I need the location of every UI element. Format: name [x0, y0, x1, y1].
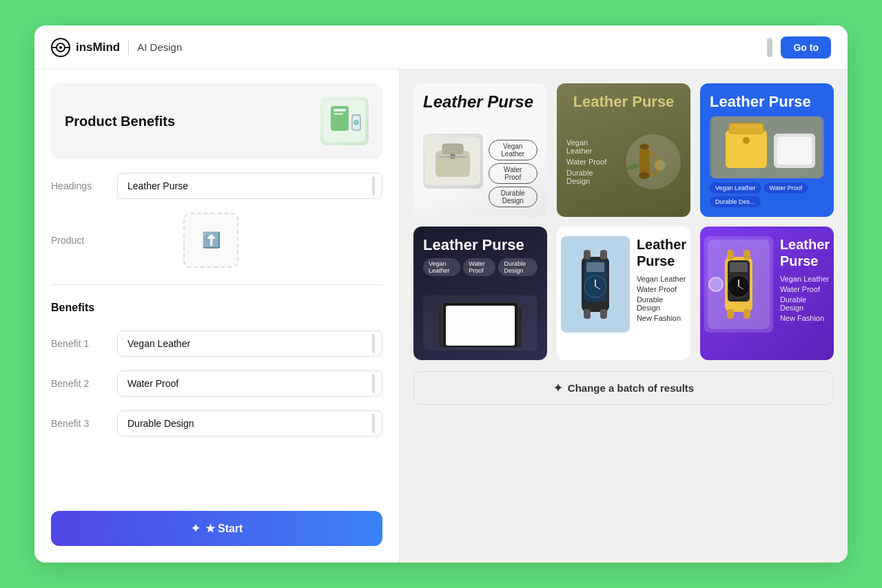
menu-icon[interactable] — [767, 38, 772, 57]
svg-rect-54 — [727, 309, 734, 319]
card5-image — [561, 236, 630, 333]
card6-image — [704, 236, 773, 333]
header-right: Go to — [767, 36, 831, 59]
card4-tag2: Water Proof — [463, 258, 495, 276]
svg-rect-7 — [334, 109, 346, 112]
card6-tag4: New Fashion — [780, 314, 830, 322]
card5-title: LeatherPurse — [637, 236, 686, 269]
svg-rect-48 — [730, 262, 748, 272]
card4-tag1: Vegan Leather — [423, 258, 460, 276]
benefit3-input[interactable] — [127, 418, 372, 429]
result-card-6[interactable]: LeatherPurse Vegan Leather Water Proof D… — [700, 227, 834, 360]
card3-tag1: Vegan Leather — [710, 182, 761, 193]
start-button[interactable]: ✦ ★ Start — [51, 511, 382, 546]
benefits-card-title: Product Benefits — [65, 114, 175, 129]
svg-rect-43 — [584, 309, 591, 319]
product-thumb-icon — [322, 99, 367, 144]
goto-button[interactable]: Go to — [781, 36, 831, 59]
card2-tag3: Durable Design — [566, 169, 612, 185]
header: insMind AI Design Go to — [34, 25, 848, 70]
benefit3-label: Benefit 3 — [51, 418, 106, 429]
product-upload-area[interactable]: ⬆️ — [183, 213, 238, 268]
card4-tags: Vegan Leather Water Proof Durable Design — [423, 258, 537, 276]
card2-tag2: Water Proof — [566, 158, 612, 166]
benefit1-input[interactable] — [127, 338, 372, 349]
logo-icon — [51, 38, 70, 57]
svg-point-20 — [639, 172, 650, 179]
benefit2-drag-handle[interactable] — [372, 374, 375, 393]
card6-content: LeatherPurse Vegan Leather Water Proof D… — [780, 236, 830, 322]
card6-tags: Vegan Leather Water Proof Durable Design… — [780, 275, 830, 322]
card4-tag3: Durable Design — [498, 258, 537, 276]
result-card-5[interactable]: LeatherPurse Vegan Leather Water Proof D… — [557, 227, 690, 360]
benefit2-input[interactable] — [127, 378, 372, 389]
sparkle-icon: ✦ — [553, 381, 562, 395]
svg-rect-52 — [727, 250, 734, 260]
benefit1-drag-handle[interactable] — [372, 334, 375, 353]
result-card-1[interactable]: Leather Purse — [413, 83, 547, 217]
card3-tag2: Water Proof — [764, 182, 808, 193]
benefit3-field: Benefit 3 — [51, 410, 382, 437]
card3-title: Leather Purse — [710, 93, 824, 111]
svg-rect-14 — [442, 144, 463, 154]
card3-tags: Vegan Leather Water Proof Durable Des... — [710, 182, 824, 207]
main-content: Product Benefits — [34, 70, 848, 563]
headings-input-wrap[interactable] — [117, 173, 382, 199]
card1-title: Leather Purse — [423, 93, 533, 111]
result-card-3[interactable]: Leather Purse V — [700, 83, 834, 217]
svg-point-25 — [743, 137, 750, 144]
benefits-section: Benefits — [51, 302, 382, 317]
product-label: Product — [51, 235, 106, 246]
result-card-4[interactable]: Leather Purse Vegan Leather Water Proof … — [413, 227, 547, 360]
svg-rect-55 — [743, 309, 750, 319]
svg-rect-18 — [639, 148, 650, 176]
svg-point-19 — [639, 144, 649, 149]
card4-image — [423, 295, 537, 350]
card1-tag3: Durable Design — [489, 187, 538, 207]
header-divider — [128, 40, 129, 55]
svg-point-21 — [655, 160, 666, 171]
headings-input[interactable] — [127, 180, 372, 191]
logo: insMind — [51, 38, 120, 57]
start-sparkle-icon: ✦ — [191, 522, 200, 535]
card6-tag3: Durable Design — [780, 295, 830, 312]
benefit1-input-wrap[interactable] — [117, 330, 382, 357]
card5-tag2: Water Proof — [637, 285, 686, 293]
change-batch-button[interactable]: ✦ Change a batch of results — [413, 371, 834, 405]
svg-point-56 — [709, 277, 723, 291]
card2-tag1: Vegan Leather — [566, 138, 612, 155]
benefits-card: Product Benefits — [51, 83, 382, 159]
headings-label: Headings — [51, 180, 106, 191]
benefit3-input-wrap[interactable] — [117, 410, 382, 437]
headings-drag-handle[interactable] — [372, 176, 375, 196]
card5-tag3: Durable Design — [637, 295, 686, 312]
section-divider — [51, 284, 382, 285]
card5-tags: Vegan Leather Water Proof Durable Design… — [637, 275, 686, 322]
benefit3-drag-handle[interactable] — [372, 414, 375, 433]
benefits-card-image — [320, 97, 369, 145]
results-area: Leather Purse — [400, 70, 848, 563]
upload-icon: ⬆️ — [202, 231, 220, 249]
card2-title: Leather Purse — [566, 93, 681, 111]
svg-rect-23 — [726, 130, 767, 168]
benefit1-field: Benefit 1 — [51, 330, 382, 357]
sidebar: Product Benefits — [34, 70, 400, 563]
svg-rect-44 — [600, 309, 607, 319]
benefit2-input-wrap[interactable] — [117, 370, 382, 397]
start-label: ★ Start — [205, 522, 243, 535]
card5-tag4: New Fashion — [637, 314, 686, 322]
results-grid: Leather Purse — [413, 83, 834, 360]
card3-tag3: Durable Des... — [710, 196, 761, 207]
svg-rect-42 — [600, 250, 607, 260]
benefit1-label: Benefit 1 — [51, 338, 106, 349]
result-card-2[interactable]: Leather Purse Vegan Leather Water Proof … — [557, 83, 690, 217]
svg-rect-16 — [439, 156, 466, 158]
svg-rect-31 — [446, 306, 515, 346]
app-window: insMind AI Design Go to Product Benefits — [34, 25, 848, 563]
svg-rect-53 — [743, 250, 750, 260]
svg-point-2 — [59, 46, 62, 49]
card1-tag1: Vegan Leather — [489, 140, 538, 160]
svg-rect-24 — [729, 123, 763, 134]
svg-rect-37 — [586, 262, 604, 272]
benefit2-label: Benefit 2 — [51, 378, 106, 389]
